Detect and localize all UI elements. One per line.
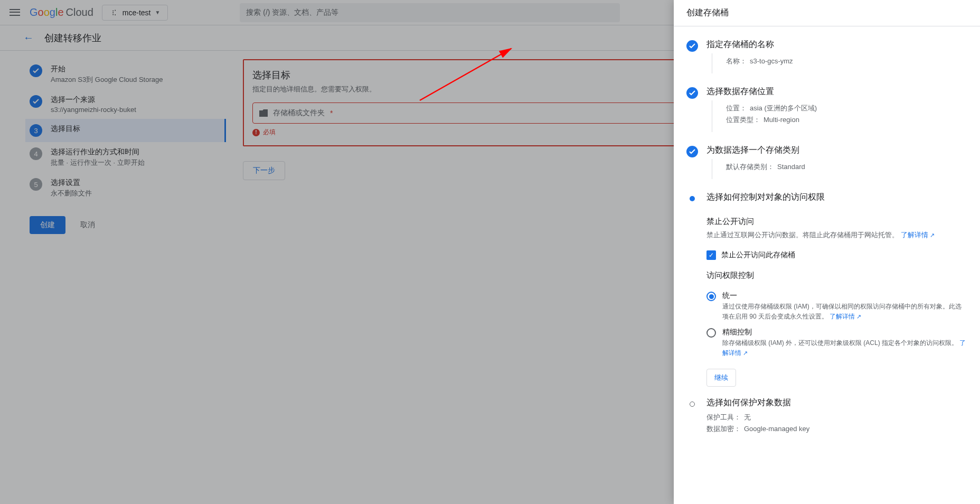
- logo[interactable]: Google Cloud: [30, 6, 93, 18]
- create-button[interactable]: 创建: [30, 216, 65, 234]
- step-title: 选择设置: [51, 178, 218, 188]
- step-title: 选择运行作业的方式和时间: [51, 147, 218, 157]
- stepper-panel: 开始 Amazon S3到 Google Cloud Storage 选择一个来…: [0, 51, 226, 242]
- step-schedule[interactable]: 4 选择运行作业的方式和时间 批量 · 运行作业一次 · 立即开始: [25, 142, 222, 173]
- step-subtitle: s3://yangmeizhi-rocky-buket: [51, 106, 218, 114]
- drawer-step-title: 为数据选择一个存储类别: [706, 145, 967, 156]
- search-input[interactable]: 搜索 (/) 资源、文档、产品等: [240, 3, 620, 22]
- kv-label: 位置类型：: [726, 116, 760, 124]
- step-number: 3: [30, 124, 42, 137]
- drawer-step-title: 选择如何控制对对象的访问权限: [706, 192, 967, 203]
- drawer-step-location[interactable]: 选择数据存储位置 位置：asia (亚洲的多个区域) 位置类型：Multi-re…: [686, 80, 967, 138]
- error-icon: !: [252, 129, 260, 136]
- kv-label: 名称：: [726, 57, 747, 65]
- drawer-step-title: 选择数据存储位置: [706, 86, 967, 97]
- drawer-step-class[interactable]: 为数据选择一个存储类别 默认存储类别：Standard: [686, 138, 967, 185]
- search-placeholder: 搜索 (/) 资源、文档、产品等: [246, 8, 338, 17]
- kv-label: 位置：: [726, 104, 747, 112]
- input-placeholder: 存储桶或文件夹: [273, 108, 325, 118]
- subsection-desc: 禁止通过互联网公开访问数据。将阻止此存储桶用于网站托管。 了解详情: [706, 230, 967, 241]
- step-subtitle: 批量 · 运行作业一次 · 立即开始: [51, 158, 218, 167]
- required-star: *: [330, 109, 333, 117]
- cancel-button[interactable]: 取消: [72, 216, 103, 234]
- learn-more-link[interactable]: 了解详情: [901, 231, 935, 239]
- project-name: mce-test: [123, 8, 151, 17]
- drawer-step-name[interactable]: 指定存储桶的名称 名称：s3-to-gcs-ymz: [686, 33, 967, 80]
- check-icon: [30, 64, 42, 77]
- check-icon: [686, 40, 698, 52]
- check-icon: [686, 146, 698, 157]
- kv-value: Standard: [777, 163, 805, 171]
- step-title: 选择一个来源: [51, 95, 218, 105]
- step-subtitle: Amazon S3到 Google Cloud Storage: [51, 75, 218, 85]
- folder-icon: [259, 109, 268, 117]
- kv-value: Multi-region: [764, 116, 799, 124]
- project-icon: ⁝⁚: [110, 8, 118, 17]
- step-start[interactable]: 开始 Amazon S3到 Google Cloud Storage: [25, 59, 222, 90]
- page-title: 创建转移作业: [44, 32, 101, 44]
- back-arrow-icon[interactable]: ←: [23, 32, 34, 44]
- step-number: 4: [30, 147, 42, 160]
- step-destination[interactable]: 3 选择目标: [25, 119, 226, 142]
- menu-icon[interactable]: [8, 6, 21, 19]
- drawer-step-access: 选择如何控制对对象的访问权限: [686, 185, 967, 212]
- drawer-title: 创建存储桶: [674, 0, 980, 26]
- check-icon: [686, 87, 698, 99]
- drawer-step-title: 指定存储桶的名称: [706, 39, 967, 50]
- project-picker[interactable]: ⁝⁚ mce-test ▼: [102, 5, 168, 21]
- kv-value: asia (亚洲的多个区域): [750, 104, 817, 112]
- active-dot-icon: [690, 196, 695, 201]
- chevron-down-icon: ▼: [155, 10, 160, 15]
- step-settings[interactable]: 5 选择设置 永不删除文件: [25, 173, 222, 203]
- step-title: 选择目标: [51, 124, 222, 134]
- step-subtitle: 永不删除文件: [51, 189, 218, 198]
- error-text: 必填: [263, 128, 276, 137]
- next-button[interactable]: 下一步: [243, 161, 285, 180]
- kv-value: s3-to-gcs-ymz: [750, 57, 793, 65]
- step-number: 5: [30, 178, 42, 191]
- check-icon: [30, 95, 42, 108]
- step-source[interactable]: 选择一个来源 s3://yangmeizhi-rocky-buket: [25, 90, 222, 119]
- create-bucket-drawer: 创建存储桶 指定存储桶的名称 名称：s3-to-gcs-ymz 选择数据存储位置…: [674, 0, 980, 242]
- subsection-title: 禁止公开访问: [706, 217, 967, 227]
- kv-label: 默认存储类别：: [726, 163, 774, 171]
- step-title: 开始: [51, 64, 218, 74]
